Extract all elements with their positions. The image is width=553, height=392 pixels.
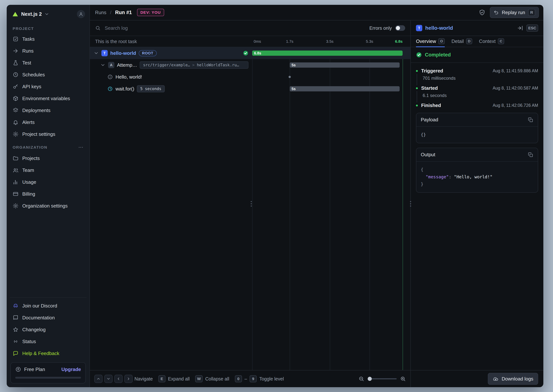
- sidebar-item-runs[interactable]: Runs: [10, 45, 87, 57]
- sidebar-item-alerts[interactable]: Alerts: [10, 116, 87, 128]
- duration-bar-wait[interactable]: 5s: [290, 86, 400, 91]
- sidebar-item-projects[interactable]: Projects: [10, 152, 87, 164]
- tick-3-5s: 3.5s: [326, 39, 333, 44]
- tick-0ms: 0ms: [254, 39, 261, 44]
- zoom-slider[interactable]: [368, 378, 397, 379]
- navigate-label: Navigate: [134, 376, 153, 382]
- task-chip-icon: T: [416, 25, 422, 31]
- tree-resize-handle[interactable]: [250, 200, 253, 208]
- attempt-chip-icon: A: [108, 62, 114, 68]
- run-row-attempt[interactable]: A Attemp… src/trigger/example… > helloWo…: [90, 59, 410, 71]
- download-logs-button[interactable]: Download logs: [488, 373, 538, 385]
- payload-title: Payload: [421, 117, 438, 123]
- folder-icon: [13, 155, 19, 161]
- plan-usage-track: [15, 377, 81, 379]
- sidebar-item-schedules[interactable]: Schedules: [10, 69, 87, 81]
- content-split: Errors only This is the root task 0ms 1.…: [90, 21, 543, 387]
- navigate-right-button[interactable]: [124, 375, 133, 383]
- run-row-wait[interactable]: wait.for() 5 seconds 5s: [90, 83, 410, 95]
- copy-icon[interactable]: [528, 117, 533, 123]
- plan-name: Free Plan: [24, 367, 45, 372]
- sidebar-item-api-keys[interactable]: API keys: [10, 81, 87, 92]
- close-panel-icon[interactable]: [517, 25, 523, 31]
- zoom-in-icon[interactable]: [400, 376, 406, 382]
- run-row-hello-world[interactable]: T hello-world ROOT 6.8s: [90, 47, 410, 59]
- zoom-out-icon[interactable]: [358, 376, 364, 382]
- zoom-slider-knob[interactable]: [368, 377, 372, 381]
- output-card: Output { "message": "Hello, world!" }: [416, 148, 538, 193]
- sidebar-item-environment-variables[interactable]: Environment variables: [10, 92, 87, 105]
- event-duration: 701 milliseconds: [417, 74, 538, 85]
- collapse-chevron-icon[interactable]: [94, 50, 99, 56]
- environment-badge: DEV: YOU: [137, 9, 164, 16]
- search-input[interactable]: [104, 25, 366, 31]
- stack-icon: [13, 107, 19, 113]
- project-section-label: PROJECT: [13, 26, 83, 31]
- sidebar-item-tasks[interactable]: Tasks: [10, 33, 87, 45]
- sidebar-item-organization-settings[interactable]: Organization settings: [10, 200, 87, 212]
- gear-icon: [13, 131, 19, 137]
- trigger-logo-icon: [12, 11, 19, 17]
- timeline-end-line: [403, 47, 403, 370]
- user-avatar[interactable]: [77, 10, 85, 18]
- tab-overview[interactable]: Overview O: [416, 36, 445, 47]
- log-search-row: Errors only: [90, 21, 410, 36]
- output-title: Output: [421, 152, 435, 158]
- run-timeline-events: Triggered Aug 8, 11:41:59.886 AM 701 mil…: [411, 63, 543, 108]
- sidebar-item-team[interactable]: Team: [10, 164, 87, 176]
- sidebar-footer: Join our Discord Documentation Changelog…: [10, 297, 87, 384]
- run-row-log-message[interactable]: Hello, world!: [90, 71, 410, 83]
- duration-bar-attempt[interactable]: 5s: [290, 63, 400, 68]
- run-tree: T hello-world ROOT 6.8s A: [90, 47, 410, 370]
- broadcast-icon: [13, 338, 19, 344]
- replay-icon: [494, 10, 499, 15]
- plan-card: Free Plan Upgrade: [10, 362, 86, 384]
- sidebar-item-changelog[interactable]: Changelog: [10, 324, 87, 336]
- sidebar-item-usage[interactable]: Usage: [10, 176, 87, 188]
- org-project-selector[interactable]: Next.js 2: [10, 8, 87, 22]
- tick-1-7s: 1.7s: [286, 39, 293, 44]
- tab-detail[interactable]: Detail D: [451, 36, 472, 47]
- collapse-all-label[interactable]: Collapse all: [205, 376, 229, 382]
- sidebar-item-test[interactable]: Test: [10, 57, 87, 69]
- navigate-up-button[interactable]: [94, 375, 103, 383]
- collapse-key-hint: W: [195, 375, 203, 382]
- json-value: "Hello, world!": [454, 175, 492, 179]
- chat-bubble-icon: [13, 350, 19, 356]
- org-menu-dots-icon[interactable]: [78, 145, 83, 150]
- sidebar-item-deployments[interactable]: Deployments: [10, 105, 87, 116]
- sidebar-item-billing[interactable]: Billing: [10, 188, 87, 200]
- json-key: "message": [426, 175, 449, 179]
- sidebar-item-status[interactable]: Status: [10, 336, 87, 347]
- chevron-down-icon: [44, 12, 49, 17]
- breadcrumb-runs[interactable]: Runs: [95, 10, 106, 15]
- tab-context[interactable]: Context C: [479, 36, 504, 47]
- timeline-gridline: [370, 47, 370, 370]
- panel-resize-handle[interactable]: [409, 200, 412, 208]
- inspector-panel: T hello-world ESC Overview O Detail D: [411, 21, 543, 387]
- sidebar-item-help-feedback[interactable]: Help & Feedback: [10, 347, 87, 359]
- shield-check-icon[interactable]: [479, 9, 485, 16]
- success-check-icon: [243, 50, 249, 56]
- task-chip-icon: T: [101, 50, 108, 56]
- duration-bar-task[interactable]: 6.8s: [252, 50, 403, 56]
- flask-icon: [13, 60, 19, 66]
- sidebar-item-discord[interactable]: Join our Discord: [10, 300, 87, 312]
- navigate-down-button[interactable]: [104, 375, 112, 383]
- errors-only-toggle[interactable]: [395, 25, 405, 31]
- info-icon: [107, 74, 113, 80]
- inspector-header: T hello-world ESC: [411, 21, 543, 36]
- upgrade-link[interactable]: Upgrade: [62, 367, 81, 372]
- expand-all-label[interactable]: Expand all: [168, 376, 190, 382]
- root-badge: ROOT: [139, 50, 157, 56]
- sidebar-item-project-settings[interactable]: Project settings: [10, 128, 87, 140]
- organization-section-label: ORGANIZATION: [13, 145, 83, 150]
- navigate-left-button[interactable]: [114, 375, 123, 383]
- sidebar-item-documentation[interactable]: Documentation: [10, 312, 87, 324]
- main-area: Runs / Run #1 DEV: YOU Replay run R Erro…: [90, 5, 543, 387]
- replay-run-button[interactable]: Replay run R: [490, 7, 539, 18]
- bell-icon: [13, 119, 19, 125]
- inspector-body: Completed Triggered Aug 8, 11:41:59.886 …: [411, 47, 543, 370]
- collapse-chevron-icon[interactable]: [100, 63, 105, 68]
- copy-icon[interactable]: [528, 152, 533, 158]
